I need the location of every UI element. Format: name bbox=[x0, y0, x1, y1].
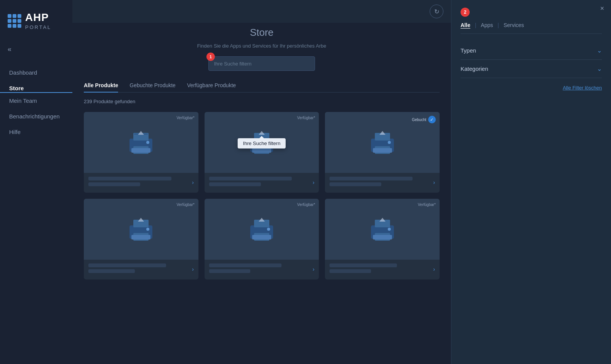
filter-typen-header[interactable]: Typen ⌄ bbox=[461, 47, 602, 54]
collapse-icon: « bbox=[8, 45, 11, 53]
header-bar: ↻ bbox=[72, 0, 451, 23]
card-info-row: › bbox=[209, 177, 315, 188]
card-info: › bbox=[205, 173, 319, 193]
card-info: › bbox=[84, 260, 198, 279]
sidebar: AHP PORTAL « Dashboard Store Mein Team B… bbox=[0, 0, 72, 364]
filter-section-typen: Typen ⌄ bbox=[461, 42, 602, 60]
refresh-button[interactable]: ↻ bbox=[430, 5, 443, 18]
sidebar-item-mein-team[interactable]: Mein Team bbox=[0, 93, 72, 109]
card-name-placeholder bbox=[209, 177, 292, 180]
clear-filters-link[interactable]: Alle Filter löschen bbox=[563, 85, 602, 91]
store-title: Store bbox=[84, 27, 440, 38]
card-desc-placeholder bbox=[88, 269, 135, 273]
tab-verfuegbare-produkte[interactable]: Verfügbare Produkte bbox=[187, 82, 236, 92]
card-desc-placeholder bbox=[329, 182, 381, 186]
card-arrow-icon: › bbox=[192, 266, 194, 272]
filter-tab-alle[interactable]: Alle bbox=[461, 22, 475, 28]
logo-dot bbox=[18, 24, 21, 28]
sidebar-item-dashboard[interactable]: Dashboard bbox=[0, 65, 72, 80]
search-badge: 1 bbox=[206, 53, 215, 61]
portal-label: PORTAL bbox=[25, 24, 51, 30]
product-card[interactable]: Verfügbar* › bbox=[84, 112, 198, 193]
sidebar-collapse-button[interactable]: « bbox=[0, 42, 72, 57]
card-badge-verfuegbar: Verfügbar* bbox=[176, 203, 194, 207]
close-panel-button[interactable]: × bbox=[600, 5, 604, 13]
svg-point-35 bbox=[388, 228, 391, 231]
card-desc-placeholder bbox=[88, 182, 140, 186]
product-card[interactable]: Verfügbar* › bbox=[205, 199, 319, 279]
svg-rect-34 bbox=[373, 235, 392, 239]
tab-alle-produkte[interactable]: Alle Produkte bbox=[84, 82, 118, 92]
store-main: Store Finden Sie die Apps und Services f… bbox=[72, 0, 451, 364]
search-input[interactable] bbox=[208, 56, 315, 71]
svg-rect-22 bbox=[131, 235, 150, 239]
card-image: Gebucht ✓ bbox=[325, 112, 440, 173]
filter-divider: | bbox=[497, 22, 499, 28]
card-badge-verfuegbar: Verfügbar* bbox=[176, 116, 194, 120]
card-info-row: › bbox=[209, 263, 315, 275]
filter-tabs: Alle | Apps | Services bbox=[461, 22, 602, 34]
card-arrow-icon: › bbox=[192, 179, 194, 185]
card-badge-gebucht: Gebucht ✓ bbox=[412, 116, 436, 123]
panel-badge: 2 bbox=[461, 8, 470, 17]
logo-dot bbox=[13, 19, 16, 23]
svg-point-29 bbox=[267, 228, 270, 231]
filter-section-kategorien: Kategorien ⌄ bbox=[461, 60, 602, 78]
card-image: Verfügbar* bbox=[84, 199, 198, 260]
card-info: › bbox=[205, 260, 319, 279]
svg-point-23 bbox=[146, 228, 149, 231]
store-subtitle: Finden Sie die Apps und Services für Ihr… bbox=[84, 43, 440, 49]
logo-dot bbox=[8, 24, 11, 28]
sidebar-item-store[interactable]: Store bbox=[0, 80, 72, 93]
svg-rect-28 bbox=[252, 235, 271, 239]
product-card[interactable]: Verfügbar* › bbox=[325, 199, 440, 279]
filter-kategorien-header[interactable]: Kategorien ⌄ bbox=[461, 65, 602, 72]
card-name-placeholder bbox=[329, 263, 397, 267]
product-tabs: Alle Produkte Gebuchte Produkte Verfügba… bbox=[84, 82, 440, 93]
card-info-row: › bbox=[88, 177, 194, 188]
sidebar-item-hilfe[interactable]: Hilfe bbox=[0, 124, 72, 140]
card-arrow-icon: › bbox=[433, 266, 435, 272]
card-info-row: › bbox=[329, 263, 435, 275]
svg-rect-10 bbox=[252, 148, 271, 153]
filter-tab-apps[interactable]: Apps bbox=[481, 22, 497, 28]
filter-divider: | bbox=[475, 22, 477, 28]
tab-gebuchte-produkte[interactable]: Gebuchte Produkte bbox=[130, 82, 176, 92]
printer-icon bbox=[126, 216, 156, 243]
card-desc-placeholder bbox=[329, 269, 371, 273]
card-info: › bbox=[325, 260, 440, 279]
card-badge-verfuegbar: Verfügbar* bbox=[418, 203, 436, 207]
printer-icon bbox=[367, 216, 398, 243]
filter-kategorien-label: Kategorien bbox=[461, 65, 488, 72]
product-card[interactable]: Verfügbar* › bbox=[84, 199, 198, 279]
card-name-placeholder bbox=[88, 263, 166, 267]
product-card[interactable]: Gebucht ✓ › bbox=[325, 112, 440, 193]
clear-filters-area: Alle Filter löschen bbox=[461, 84, 602, 91]
card-image: Verfügbar* bbox=[205, 199, 319, 260]
logo-dot bbox=[18, 19, 21, 23]
card-info: › bbox=[84, 173, 198, 193]
card-desc-placeholder bbox=[209, 182, 261, 186]
logo-dot bbox=[18, 14, 21, 18]
card-info-row: › bbox=[329, 177, 435, 188]
card-image: Verfügbar* bbox=[325, 199, 440, 260]
printer-icon bbox=[367, 129, 398, 156]
logo-dot bbox=[13, 24, 16, 28]
card-name-placeholder bbox=[88, 177, 171, 180]
right-panel: × 2 Alle | Apps | Services Typen ⌄ Kateg… bbox=[451, 0, 611, 364]
refresh-icon: ↻ bbox=[434, 8, 439, 15]
logo-dot bbox=[8, 14, 11, 18]
logo-dots bbox=[8, 14, 21, 28]
sidebar-item-benachrichtigungen[interactable]: Benachrichtigungen bbox=[0, 109, 72, 124]
card-arrow-icon: › bbox=[433, 179, 435, 185]
booked-check-icon: ✓ bbox=[428, 116, 436, 123]
close-icon: × bbox=[600, 5, 604, 12]
products-count: 239 Produkte gefunden bbox=[84, 99, 440, 104]
card-desc-placeholder bbox=[209, 269, 251, 273]
chevron-down-icon: ⌄ bbox=[597, 47, 602, 54]
card-info: › bbox=[325, 173, 440, 193]
filter-tab-services[interactable]: Services bbox=[504, 22, 529, 28]
product-card[interactable]: Verfügbar* › bbox=[205, 112, 319, 193]
printer-icon bbox=[246, 216, 277, 243]
card-name-placeholder bbox=[209, 263, 282, 267]
